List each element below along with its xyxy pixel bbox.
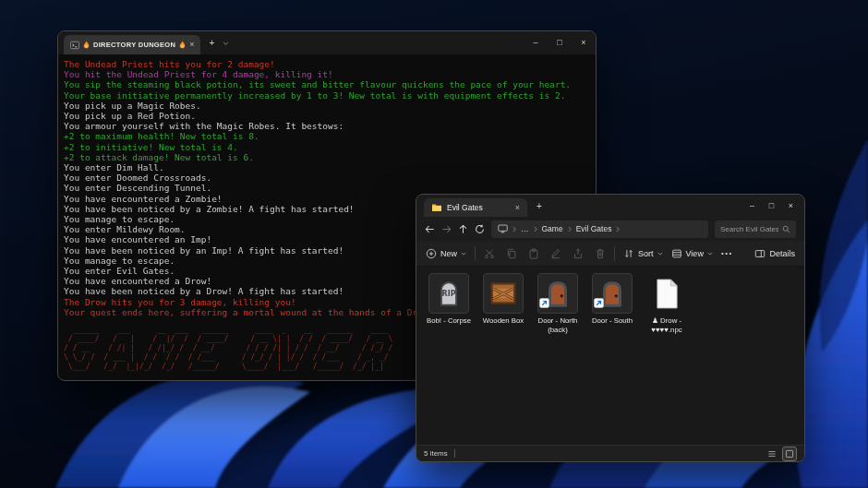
back-icon[interactable] bbox=[425, 224, 435, 234]
terminal-line: You hit the Undead Priest for 4 damage, … bbox=[64, 69, 590, 79]
crate-icon bbox=[483, 273, 524, 314]
search-icon bbox=[782, 225, 790, 233]
chevron-right-icon bbox=[568, 226, 572, 232]
list-view-icon[interactable] bbox=[765, 446, 779, 461]
explorer-tab[interactable]: Evil Gates × bbox=[424, 198, 527, 217]
terminal-line: You sip the steaming black potion, its s… bbox=[64, 79, 590, 89]
file-tile[interactable]: RIPBob! - Corpse bbox=[425, 273, 473, 326]
up-icon[interactable] bbox=[458, 224, 468, 234]
new-tab-button[interactable]: + bbox=[536, 201, 542, 211]
status-divider bbox=[454, 449, 455, 458]
search-placeholder: Search Evil Gates bbox=[720, 225, 778, 233]
terminal-titlebar[interactable]: DIRECTORY DUNGEON × + – □ × bbox=[58, 31, 596, 54]
svg-text:RIP: RIP bbox=[441, 290, 455, 298]
sort-button-label: Sort bbox=[638, 249, 654, 258]
maximize-button[interactable]: □ bbox=[548, 31, 572, 54]
file-label: Door - South bbox=[592, 316, 633, 326]
details-pane-icon bbox=[754, 248, 766, 259]
status-bar: 5 items bbox=[416, 445, 804, 461]
new-tab-button[interactable]: + bbox=[209, 39, 214, 48]
toolbar-divider bbox=[614, 246, 615, 260]
more-options-icon[interactable]: ••• bbox=[721, 249, 733, 257]
forward-icon[interactable] bbox=[441, 224, 452, 234]
flame-icon bbox=[179, 41, 186, 49]
terminal-line: +2 to initiative! New total is 4. bbox=[64, 142, 590, 152]
tombstone-icon: RIP bbox=[428, 273, 469, 314]
refresh-icon[interactable] bbox=[475, 224, 485, 234]
chevron-down-icon bbox=[657, 252, 663, 256]
breadcrumb[interactable]: …GameEvil Gates bbox=[491, 220, 708, 238]
terminal-line: You armour yourself with the Magic Robes… bbox=[64, 121, 590, 131]
copy-icon[interactable] bbox=[506, 248, 517, 259]
command-bar: New Sort View bbox=[416, 241, 804, 267]
new-circle-plus-icon bbox=[426, 248, 437, 259]
file-grid[interactable]: RIPBob! - CorpseWooden BoxDoor - North (… bbox=[416, 267, 804, 445]
close-button[interactable]: × bbox=[781, 195, 801, 217]
terminal-line: You enter Doomed Crossroads. bbox=[64, 173, 590, 183]
disabled-file-actions bbox=[484, 248, 606, 259]
door-icon bbox=[537, 273, 578, 314]
sort-button[interactable]: Sort bbox=[623, 248, 663, 259]
new-button-label: New bbox=[440, 249, 457, 258]
document-icon bbox=[646, 273, 687, 314]
details-button-label: Details bbox=[769, 249, 795, 258]
minimize-button[interactable]: – bbox=[524, 31, 548, 54]
new-button[interactable]: New bbox=[426, 248, 466, 259]
chevron-down-icon bbox=[707, 252, 713, 256]
tab-close-icon[interactable]: × bbox=[515, 204, 520, 212]
cut-icon[interactable] bbox=[484, 248, 495, 259]
flame-icon bbox=[83, 41, 90, 49]
view-button-label: View bbox=[686, 249, 704, 258]
breadcrumb-item[interactable]: Evil Gates bbox=[576, 224, 612, 233]
tab-close-icon[interactable]: × bbox=[189, 41, 194, 49]
terminal-line: +2 to maximum health! New total is 8. bbox=[64, 131, 590, 141]
explorer-titlebar[interactable]: Evil Gates × + – □ × bbox=[416, 195, 804, 217]
monitor-icon bbox=[498, 224, 508, 233]
terminal-line: Your base initiative permanently increas… bbox=[64, 90, 590, 101]
terminal-app-icon bbox=[70, 41, 79, 50]
terminal-line: You pick up a Red Potion. bbox=[64, 111, 590, 121]
view-button[interactable]: View bbox=[671, 248, 713, 259]
shortcut-arrow-icon bbox=[539, 295, 549, 312]
terminal-line: +2 to attack damage! New total is 6. bbox=[64, 152, 590, 162]
shortcut-arrow-icon bbox=[594, 295, 604, 312]
maximize-button[interactable]: □ bbox=[762, 195, 781, 217]
chevron-right-icon bbox=[512, 226, 516, 232]
large-icons-view-icon[interactable] bbox=[782, 446, 797, 461]
terminal-line: The Undead Priest hits you for 2 damage! bbox=[64, 59, 590, 69]
file-tile[interactable]: ♟ Drow - ♥♥♥♥.npc bbox=[643, 273, 691, 334]
file-label: ♟ Drow - ♥♥♥♥.npc bbox=[643, 316, 691, 334]
file-tile[interactable]: Wooden Box bbox=[479, 273, 527, 326]
terminal-line: You enter Dim Hall. bbox=[64, 162, 590, 173]
terminal-tab[interactable]: DIRECTORY DUNGEON × bbox=[64, 35, 200, 54]
tab-dropdown-icon[interactable] bbox=[223, 42, 229, 45]
chevron-right-icon bbox=[534, 226, 537, 232]
file-label: Door - North (back) bbox=[534, 316, 582, 334]
sort-icon bbox=[623, 248, 634, 259]
file-tile[interactable]: Door - North (back) bbox=[534, 273, 582, 334]
door-icon bbox=[592, 273, 633, 314]
folder-icon bbox=[431, 203, 442, 212]
file-label: Bob! - Corpse bbox=[427, 316, 471, 326]
file-label: Wooden Box bbox=[483, 316, 524, 326]
file-tile[interactable]: Door - South bbox=[588, 273, 636, 326]
close-button[interactable]: × bbox=[572, 31, 596, 54]
search-input[interactable]: Search Evil Gates bbox=[715, 220, 796, 238]
toolbar-divider bbox=[475, 246, 476, 260]
paste-icon[interactable] bbox=[528, 248, 539, 259]
details-button[interactable]: Details bbox=[754, 248, 795, 259]
minimize-button[interactable]: – bbox=[742, 195, 762, 217]
delete-icon[interactable] bbox=[595, 248, 606, 259]
share-icon[interactable] bbox=[573, 248, 584, 259]
rename-icon[interactable] bbox=[550, 248, 561, 259]
breadcrumb-item[interactable]: … bbox=[521, 224, 529, 233]
address-bar: …GameEvil Gates Search Evil Gates bbox=[416, 217, 804, 241]
breadcrumb-item[interactable]: Game bbox=[542, 224, 563, 233]
terminal-line: You enter Descending Tunnel. bbox=[64, 183, 590, 193]
explorer-window: Evil Gates × + – □ × bbox=[416, 194, 805, 462]
chevron-down-icon bbox=[461, 252, 466, 256]
view-icon bbox=[671, 248, 682, 259]
desktop: DIRECTORY DUNGEON × + – □ × The Undead P… bbox=[0, 0, 868, 488]
chevron-right-icon bbox=[616, 226, 620, 232]
terminal-line: You pick up a Magic Robes. bbox=[64, 101, 590, 111]
